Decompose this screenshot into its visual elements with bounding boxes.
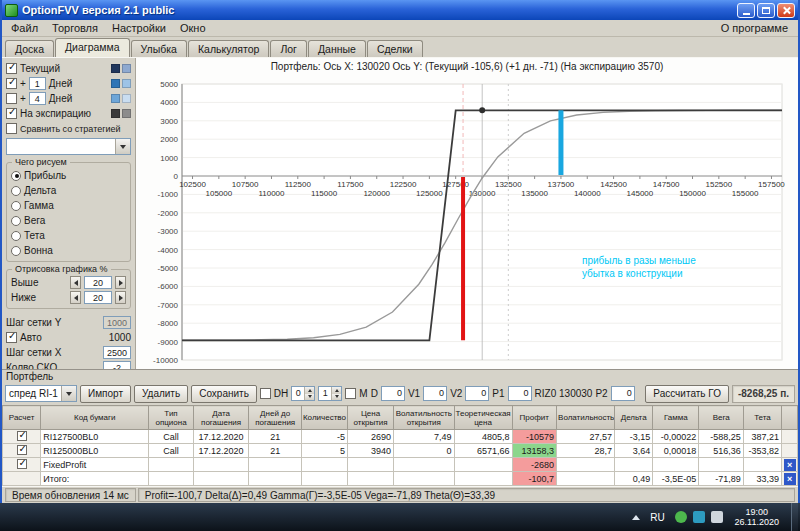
dh-spinner-2[interactable]: 1 [318, 386, 342, 401]
row-actions-cell[interactable]: × [782, 472, 798, 486]
row-calc-cell[interactable] [3, 430, 41, 444]
calc-margin-button[interactable]: Рассчитать ГО [645, 385, 729, 403]
show-desktop-button[interactable] [791, 503, 798, 531]
import-button[interactable]: Импорт [80, 385, 131, 403]
tab-1[interactable]: Диаграмма [55, 38, 130, 57]
above-decrement-button[interactable] [70, 276, 81, 289]
column-header[interactable]: Количество [301, 406, 347, 430]
strategy-dropdown[interactable] [6, 138, 131, 155]
chart-pane: Портфель: Ось X: 130020 Ось Y: (Текущий … [136, 58, 798, 369]
days-shift-input[interactable]: 4 [29, 92, 46, 105]
d-input[interactable]: 0 [381, 386, 405, 401]
tab-2[interactable]: Улыбка [131, 40, 187, 57]
tab-0[interactable]: Доска [5, 40, 54, 57]
column-header[interactable]: Волатильность [557, 406, 615, 430]
x-tick-label: 135000 [521, 189, 548, 198]
row-actions-cell[interactable]: × [782, 458, 798, 472]
draw-option-radio-0[interactable] [11, 171, 21, 181]
clock-time: 19:00 [735, 507, 779, 517]
row-calc-cell[interactable] [3, 458, 41, 472]
compare-checkbox[interactable] [6, 123, 17, 134]
dh-spinner-1[interactable]: 0 [291, 386, 315, 401]
column-header[interactable]: Тета [743, 406, 781, 430]
column-header[interactable]: Тип опциона [149, 406, 194, 430]
tab-3[interactable]: Калькулятор [188, 40, 269, 57]
delete-button[interactable]: Удалить [134, 385, 188, 403]
row-checkbox[interactable] [17, 459, 27, 469]
m-checkbox[interactable] [345, 388, 356, 399]
table-row[interactable]: Итого:-100,70,49-3,5E-05-71,8933,39× [3, 472, 798, 486]
table-row[interactable]: RI127500BL0Call17.12.202021-526907,49480… [3, 430, 798, 444]
draw-option-radio-2[interactable] [11, 201, 21, 211]
menu-item-1[interactable]: Торговля [45, 21, 105, 35]
row-checkbox[interactable] [17, 445, 27, 455]
v2-input[interactable]: 0 [465, 386, 489, 401]
below-increment-button[interactable] [115, 291, 126, 304]
tray-network-icon[interactable] [711, 511, 723, 523]
row-checkbox[interactable] [17, 431, 27, 441]
series-checkbox[interactable] [6, 78, 17, 89]
v1-input[interactable]: 0 [423, 386, 447, 401]
row-delete-button[interactable]: × [784, 459, 796, 471]
menu-item-2[interactable]: Настройки [105, 21, 173, 35]
dropdown-button[interactable] [61, 386, 76, 401]
p1-input[interactable]: 0 [508, 386, 532, 401]
column-header[interactable]: Дельта [615, 406, 653, 430]
language-indicator[interactable]: RU [646, 510, 668, 525]
column-header[interactable]: Дата погашения [193, 406, 249, 430]
tab-5[interactable]: Данные [308, 40, 366, 57]
maximize-button[interactable] [757, 3, 775, 18]
sko-input[interactable]: -2 [103, 361, 131, 369]
table-row[interactable]: RI125000BL0Call17.12.2020215394006571,66… [3, 444, 798, 458]
y-tick-label: -4000 [158, 246, 179, 255]
spinner-down-button[interactable] [332, 394, 341, 401]
below-decrement-button[interactable] [70, 291, 81, 304]
series-checkbox[interactable] [6, 108, 17, 119]
column-header[interactable]: Теоретическая цена [454, 406, 512, 430]
menu-item-about[interactable]: О программе [713, 21, 796, 35]
below-percent-input[interactable]: 20 [84, 291, 112, 304]
column-header[interactable]: Волатильность открытия [394, 406, 454, 430]
above-increment-button[interactable] [115, 276, 126, 289]
menu-item-0[interactable]: Файл [4, 21, 45, 35]
preset-dropdown[interactable]: спред RI-1 [5, 385, 77, 402]
grid-x-input[interactable]: 2500 [103, 346, 131, 359]
column-header[interactable]: Код бумаги [41, 406, 149, 430]
column-header[interactable]: Дней до погашения [249, 406, 301, 430]
dropdown-button[interactable] [115, 139, 130, 154]
tab-6[interactable]: Сделки [367, 40, 423, 57]
menu-item-3[interactable]: Окно [173, 21, 213, 35]
column-header[interactable]: Цена открытия [348, 406, 394, 430]
clock[interactable]: 19:00 26.11.2020 [729, 507, 785, 527]
spinner-down-button[interactable] [305, 394, 314, 401]
p2-input[interactable]: 0 [611, 386, 635, 401]
tray-app-icon-green[interactable] [675, 511, 687, 523]
series-checkbox[interactable] [6, 93, 17, 104]
draw-option-radio-4[interactable] [11, 231, 21, 241]
auto-step-checkbox[interactable] [6, 332, 17, 343]
payoff-chart[interactable]: 500040003000200010000-1000-2000-3000-400… [136, 76, 794, 368]
save-button[interactable]: Сохранить [191, 385, 257, 403]
days-shift-input[interactable]: 1 [29, 77, 46, 90]
row-calc-cell[interactable] [3, 472, 41, 486]
tray-shield-icon[interactable] [693, 511, 705, 523]
tray-expand-icon[interactable] [632, 515, 640, 520]
row-delete-button[interactable]: × [784, 473, 796, 485]
draw-option-radio-5[interactable] [11, 246, 21, 256]
draw-option-radio-3[interactable] [11, 216, 21, 226]
tab-4[interactable]: Лог [270, 40, 307, 57]
minimize-button[interactable] [737, 3, 755, 18]
column-header[interactable]: Гамма [653, 406, 699, 430]
column-header[interactable]: Расчет [3, 406, 41, 430]
column-header[interactable]: Вега [699, 406, 744, 430]
above-percent-input[interactable]: 20 [84, 276, 112, 289]
row-calc-cell[interactable] [3, 444, 41, 458]
column-header[interactable]: Профит [512, 406, 557, 430]
dh-checkbox[interactable] [260, 388, 271, 399]
close-button[interactable] [777, 3, 795, 18]
menubar: ФайлТорговляНастройкиОкно О программе [2, 20, 798, 37]
draw-option-radio-1[interactable] [11, 186, 21, 196]
series-checkbox[interactable] [6, 63, 17, 74]
cell-code: Итого: [41, 472, 149, 486]
table-row[interactable]: FixedProfit-2680× [3, 458, 798, 472]
